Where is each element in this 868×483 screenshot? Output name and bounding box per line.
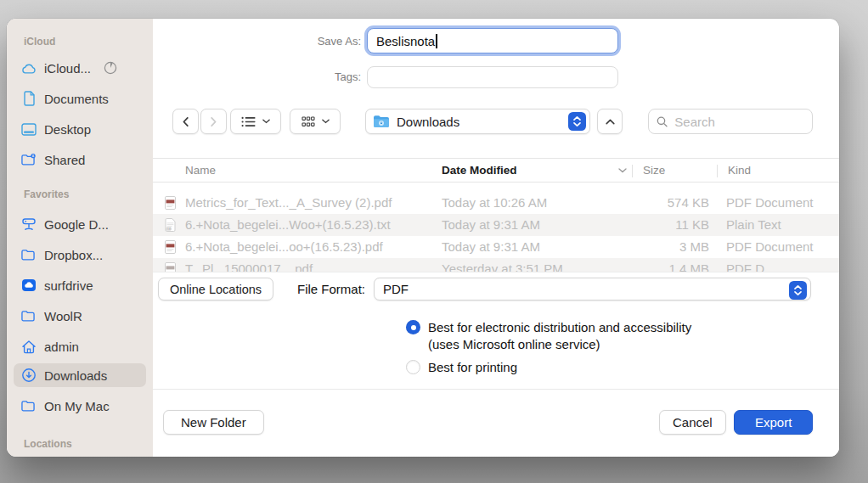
surfdrive-cloud-icon (21, 278, 37, 293)
sidebar-item-surfdrive[interactable]: surfdrive (14, 273, 146, 297)
column-header-name[interactable]: Name (185, 164, 216, 177)
file-kind: Plain Text (726, 217, 781, 232)
icon-view-button[interactable] (290, 109, 341, 134)
location-value: Downloads (397, 115, 459, 129)
tags-input[interactable] (367, 66, 618, 88)
list-view-icon (241, 116, 256, 127)
search-icon (657, 115, 668, 128)
screen: { "dialog_title": "Export save sheet", "… (0, 0, 868, 483)
sync-progress-icon (104, 61, 117, 75)
list-view-button[interactable] (230, 109, 281, 134)
sort-chevron-icon (618, 168, 627, 173)
folder-icon (21, 308, 37, 323)
file-format-label: File Format: (297, 282, 365, 296)
sidebar-item-shared[interactable]: Shared (14, 148, 146, 171)
chevron-left-icon (181, 116, 190, 127)
file-row[interactable]: 6.+Nota_begelei...oo+(16.5.23).pdf Today… (153, 236, 839, 258)
collapse-button[interactable] (597, 109, 623, 134)
new-folder-button[interactable]: New Folder (163, 410, 264, 435)
sidebar-section-locations: Locations (24, 438, 72, 450)
radio-electronic-distribution[interactable] (406, 320, 420, 334)
sidebar-item-label: surfdrive (44, 278, 93, 293)
online-locations-button[interactable]: Online Locations (158, 278, 273, 300)
sidebar-item-desktop[interactable]: Desktop (14, 117, 146, 141)
file-size: 574 KB (582, 195, 709, 210)
export-save-dialog: iCloud iCloud... Documents Desktop (7, 19, 839, 457)
sidebar-item-label: Desktop (44, 122, 91, 137)
location-stepper-icon (568, 112, 586, 131)
sidebar-item-admin[interactable]: admin (14, 334, 146, 358)
chevron-right-icon (209, 116, 218, 127)
file-size: 1.4 MB (582, 261, 709, 272)
cancel-button[interactable]: Cancel (659, 410, 726, 435)
forward-button[interactable] (200, 109, 227, 134)
back-button[interactable] (172, 109, 199, 134)
sidebar-item-icloud-drive[interactable]: iCloud... (14, 56, 146, 80)
sidebar-item-downloads[interactable]: Downloads (14, 363, 146, 387)
column-divider (632, 165, 633, 177)
file-row[interactable]: Metrics_for_Text..._A_Survey (2).pdf Tod… (153, 192, 839, 214)
column-header-kind[interactable]: Kind (728, 164, 751, 177)
options-panel: Online Locations File Format: PDF Best f… (153, 272, 839, 457)
folder-icon (21, 247, 37, 262)
text-caret (436, 34, 437, 48)
sidebar-item-label: WoolR (44, 309, 82, 323)
pdf-file-icon (165, 240, 176, 256)
file-format-value: PDF (383, 282, 409, 296)
sidebar-section-favorites: Favorites (24, 188, 69, 200)
sidebar-item-label: Documents (44, 92, 109, 106)
radio-label-line2: (uses Microsoft online service) (428, 336, 691, 353)
file-size: 3 MB (582, 239, 709, 254)
column-header-date-modified[interactable]: Date Modified (442, 164, 517, 177)
file-size: 11 KB (582, 217, 709, 232)
chevron-down-icon (262, 119, 270, 124)
export-button[interactable]: Export (734, 410, 813, 435)
folder-icon (21, 398, 37, 413)
sidebar-item-woolr[interactable]: WoolR (14, 304, 146, 328)
radio-electronic-distribution-label: Best for electronic distribution and acc… (428, 319, 691, 353)
search-field[interactable] (648, 109, 813, 134)
file-kind: PDF D... (726, 261, 775, 272)
location-select[interactable]: Downloads (365, 109, 590, 134)
pdf-file-icon (165, 196, 176, 212)
search-input[interactable] (673, 114, 804, 130)
footer-divider (153, 389, 839, 390)
file-row-clipped[interactable]: T...Pl...15000017....pdf Yesterday at 3:… (153, 258, 839, 272)
file-date: Today at 9:31 AM (442, 217, 540, 232)
document-icon (21, 91, 37, 106)
desktop-icon (21, 121, 37, 137)
file-date: Yesterday at 3:51 PM (442, 261, 563, 272)
icloud-drive-icon (21, 60, 37, 76)
chevron-down-icon (322, 119, 330, 124)
sidebar-item-dropbox[interactable]: Dropbox... (14, 243, 146, 267)
sidebar-item-label: Dropbox... (44, 248, 103, 262)
sidebar-item-label: Shared (44, 153, 85, 167)
sidebar-item-google-drive[interactable]: Google D... (14, 212, 146, 236)
file-format-stepper-icon (789, 281, 807, 300)
downloads-icon (21, 368, 37, 383)
file-date: Today at 10:26 AM (442, 195, 547, 210)
file-name: Metrics_for_Text..._A_Survey (2).pdf (185, 195, 392, 210)
dialog-main: Save As: Beslisnota Tags: Downloads (153, 19, 839, 457)
radio-best-for-printing[interactable] (406, 360, 420, 374)
file-name: 6.+Nota_begelei...Woo+(16.5.23).txt (185, 217, 391, 232)
column-header-size[interactable]: Size (643, 164, 665, 177)
shared-folder-icon (21, 152, 37, 167)
downloads-folder-icon (373, 115, 390, 128)
sidebar-item-documents[interactable]: Documents (14, 87, 146, 110)
file-row[interactable]: TXT 6.+Nota_begelei...Woo+(16.5.23).txt … (153, 214, 839, 236)
radio-label-line1: Best for electronic distribution and acc… (428, 319, 691, 336)
save-as-input[interactable]: Beslisnota (367, 28, 618, 53)
sidebar: iCloud iCloud... Documents Desktop (7, 19, 153, 457)
grid-view-icon (302, 116, 315, 127)
file-kind: PDF Document (726, 195, 814, 210)
file-list: Metrics_for_Text..._A_Survey (2).pdf Tod… (153, 183, 839, 272)
sidebar-item-on-my-mac[interactable]: On My Mac (14, 394, 146, 418)
file-format-select[interactable]: PDF (374, 278, 811, 300)
file-name: T...Pl...15000017....pdf (185, 261, 313, 272)
save-as-label: Save As: (259, 35, 361, 48)
column-divider (717, 165, 718, 177)
file-table-header: Name Date Modified Size Kind (153, 158, 839, 183)
file-date: Today at 9:31 AM (442, 239, 540, 254)
pdf-file-icon (165, 262, 176, 272)
